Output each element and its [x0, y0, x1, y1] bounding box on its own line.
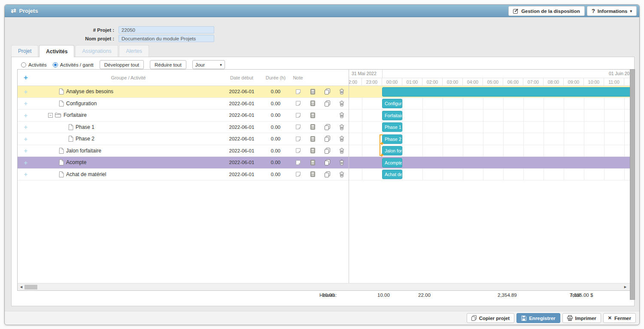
scrollbar-thumb[interactable] [630, 69, 635, 300]
informations-label: Informations [598, 9, 628, 14]
project-number-label: # Projet : [93, 27, 114, 33]
close-button[interactable]: ✕ Fermer [603, 313, 636, 323]
delete-activity-icon[interactable] [334, 136, 349, 142]
vertical-scrollbar[interactable] [630, 69, 635, 300]
tab-projet[interactable]: Projet [11, 45, 38, 57]
table-row[interactable]: +Phase 22022-06-010.00 [18, 133, 349, 145]
informations-button[interactable]: ? Informations ▾ [587, 6, 637, 16]
horizontal-scrollbar[interactable]: ◄ ► [18, 283, 630, 290]
activity-start-date: 2022-06-01 [223, 172, 261, 177]
file-icon [68, 136, 73, 142]
delete-activity-icon[interactable] [334, 171, 349, 177]
project-name-input[interactable] [118, 35, 214, 42]
delete-activity-icon[interactable] [334, 159, 349, 165]
project-number-input[interactable] [118, 26, 214, 34]
activity-duration: 0.00 [261, 125, 291, 130]
note-icon[interactable] [291, 89, 305, 94]
gantt-row: Acompte [349, 157, 630, 169]
delete-activity-icon[interactable] [334, 112, 349, 118]
copy-activity-icon[interactable] [320, 171, 334, 177]
zoom-level-select[interactable]: Jour ▾ [192, 60, 225, 69]
layout-management-button[interactable]: Gestion de la disposition [508, 6, 585, 16]
table-row[interactable]: +Analyse des besoins2022-06-010.00 [18, 86, 349, 98]
tab-alertes[interactable]: Alertes [119, 45, 149, 57]
add-subactivity-button[interactable]: + [18, 171, 34, 178]
tab-activites[interactable]: Activités [39, 45, 74, 57]
note-icon[interactable] [291, 171, 305, 177]
table-row[interactable]: +Acompte2022-06-010.00 [18, 157, 349, 169]
activity-name-cell: Phase 2 [34, 136, 223, 142]
table-row[interactable]: +Phase 12022-06-010.00 [18, 122, 349, 134]
gantt-bar[interactable]: Phase 2 [382, 134, 402, 144]
delete-activity-icon[interactable] [334, 88, 349, 94]
radio-activities-gantt[interactable]: Activités / gantt [53, 62, 94, 67]
copy-activity-icon[interactable] [320, 148, 334, 154]
add-subactivity-button[interactable]: + [18, 88, 34, 95]
add-activity-button[interactable]: + [18, 73, 34, 82]
gantt-bar[interactable]: Jalon forfaitaire [382, 146, 402, 155]
add-subactivity-button[interactable]: + [18, 112, 34, 119]
scrollbar-thumb[interactable] [24, 285, 37, 289]
close-icon: ✕ [608, 315, 612, 321]
note-icon[interactable] [291, 113, 305, 118]
tab-bar: Projet Activités Assignations Alertes [11, 45, 149, 57]
invoice-icon[interactable] [305, 113, 320, 118]
gantt-bar[interactable]: Configuration [382, 99, 402, 108]
table-row[interactable]: +−Forfaitaire2022-06-010.00 [18, 110, 349, 122]
table-row[interactable]: +Achat de matériel2022-06-010.00 [18, 169, 349, 181]
table-row[interactable]: +Configuration2022-06-010.00 [18, 98, 349, 110]
scroll-right-icon[interactable]: ► [623, 285, 627, 289]
copy-activity-icon[interactable] [320, 159, 334, 165]
activity-duration: 0.00 [261, 113, 291, 118]
copy-activity-icon[interactable] [320, 101, 334, 107]
add-subactivity-button[interactable]: + [18, 135, 34, 143]
invoice-icon[interactable] [305, 101, 320, 106]
note-icon[interactable] [291, 148, 305, 153]
gantt-bar[interactable]: Acompte [382, 158, 402, 168]
activity-start-date: 2022-06-01 [223, 113, 261, 118]
project-name-label: Nom projet : [85, 36, 114, 41]
gantt-bar[interactable] [382, 87, 630, 97]
copy-activity-icon[interactable] [320, 88, 334, 94]
delete-activity-icon[interactable] [334, 124, 349, 130]
invoice-icon[interactable] [305, 171, 320, 177]
note-icon[interactable] [291, 101, 305, 106]
layout-management-label: Gestion de la disposition [521, 9, 580, 14]
tab-assignations[interactable]: Assignations [75, 45, 118, 57]
expand-all-button[interactable]: Développer tout [100, 60, 144, 69]
save-icon [521, 316, 526, 321]
copy-activity-icon[interactable] [320, 136, 334, 142]
note-icon[interactable] [291, 136, 305, 142]
copy-project-button[interactable]: Copier projet [467, 313, 515, 323]
invoice-icon[interactable] [305, 160, 320, 165]
add-subactivity-button[interactable]: + [18, 100, 34, 107]
invoice-icon[interactable] [305, 148, 320, 153]
print-button[interactable]: Imprimer [562, 313, 601, 323]
table-row[interactable]: +Jalon forfaitaire2022-06-010.00 [18, 145, 349, 157]
gantt-bar[interactable]: Achat de matériel [382, 170, 402, 179]
activity-rows: +Analyse des besoins2022-06-010.00+Confi… [18, 86, 349, 180]
start-date-header: Date début [223, 75, 261, 80]
collapse-all-button[interactable]: Réduire tout [150, 60, 186, 69]
delete-activity-icon[interactable] [334, 101, 349, 107]
scroll-left-icon[interactable]: ◄ [19, 285, 23, 289]
add-subactivity-button[interactable]: + [18, 159, 34, 166]
gantt-bar[interactable]: Phase 1 [382, 122, 402, 132]
invoice-icon[interactable] [305, 124, 320, 130]
invoice-icon[interactable] [305, 89, 320, 94]
radio-unchecked-icon [21, 62, 26, 67]
gantt-date-right: 01 Juin 2022 [609, 71, 630, 76]
note-icon[interactable] [291, 160, 305, 165]
copy-activity-icon[interactable] [320, 124, 334, 130]
save-button[interactable]: Enregistrer [516, 313, 560, 323]
radio-activities[interactable]: Activités [21, 62, 47, 67]
add-subactivity-button[interactable]: + [18, 147, 34, 154]
invoice-icon[interactable] [305, 136, 320, 142]
add-subactivity-button[interactable]: + [18, 123, 34, 131]
footer-bar: Copier projet Enregistrer Imprimer ✕ [5, 311, 639, 325]
collapse-toggle[interactable]: − [48, 113, 53, 118]
delete-activity-icon[interactable] [334, 148, 349, 154]
note-header: Note [291, 75, 305, 80]
note-icon[interactable] [291, 124, 305, 130]
gantt-bar[interactable]: Forfaitaire [382, 111, 402, 120]
